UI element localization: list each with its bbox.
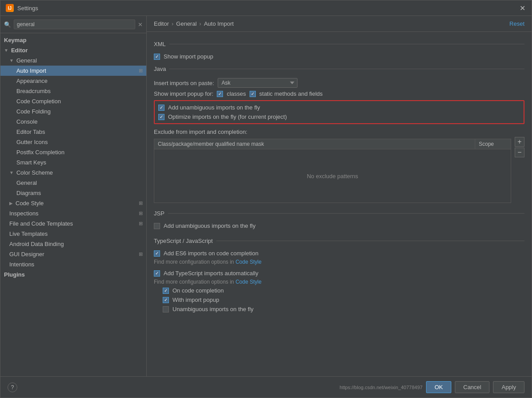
sidebar-item-android-data-binding[interactable]: Android Data Binding bbox=[0, 239, 146, 249]
exclude-table: Class/package/member qualified name mask… bbox=[154, 139, 511, 203]
add-typescript-row: Add TypeScript imports automatically bbox=[154, 269, 524, 278]
breadcrumb-sep-2: › bbox=[200, 20, 201, 27]
search-box: 🔍 ✕ bbox=[0, 16, 146, 33]
with-import-popup-checkbox[interactable] bbox=[163, 297, 169, 303]
sidebar-item-intentions[interactable]: Intentions bbox=[0, 259, 146, 269]
titlebar-left: IJ Settings bbox=[6, 4, 38, 12]
reset-button[interactable]: Reset bbox=[509, 20, 524, 27]
sidebar-item-postfix-completion[interactable]: Postfix Completion bbox=[0, 147, 146, 157]
sidebar-item-code-completion[interactable]: Code Completion bbox=[0, 96, 146, 106]
sidebar-item-file-code-templates[interactable]: File and Code Templates ⊞ bbox=[0, 219, 146, 229]
find-more-1-row: Find more configuration options in Code … bbox=[154, 258, 524, 266]
tree-container: Keymap ▼ Editor ▼ General Auto Import ⊞ bbox=[0, 33, 146, 376]
find-more-2-row: Find more configuration options in Code … bbox=[154, 278, 524, 286]
editor-arrow: ▼ bbox=[4, 48, 8, 53]
sidebar-item-code-style[interactable]: ▶ Code Style ⊞ bbox=[0, 198, 146, 208]
sidebar-item-gui-designer[interactable]: GUI Designer ⊞ bbox=[0, 249, 146, 259]
ok-button[interactable]: OK bbox=[426, 381, 451, 393]
sidebar-item-console[interactable]: Console bbox=[0, 117, 146, 127]
xml-section-header: XML bbox=[154, 41, 524, 47]
exclude-table-header: Class/package/member qualified name mask… bbox=[154, 139, 511, 149]
breadcrumb: Editor › General › Auto Import bbox=[154, 20, 234, 27]
sidebar-item-live-templates[interactable]: Live Templates bbox=[0, 229, 146, 239]
classes-checkbox[interactable] bbox=[217, 91, 223, 97]
titlebar: IJ Settings ✕ bbox=[0, 0, 532, 16]
app-icon: IJ bbox=[6, 4, 14, 12]
file-templates-badge: ⊞ bbox=[139, 221, 143, 226]
jsp-add-unambiguous-label: Add unambiguous imports on the fly bbox=[164, 222, 255, 229]
sidebar-item-cs-general[interactable]: General bbox=[0, 178, 146, 188]
sidebar-item-general[interactable]: ▼ General bbox=[0, 55, 146, 66]
show-popup-for-row: Show import popup for: classes static me… bbox=[154, 89, 524, 98]
apply-button[interactable]: Apply bbox=[493, 381, 524, 393]
search-input[interactable] bbox=[14, 20, 135, 29]
with-import-popup-label: With import popup bbox=[172, 297, 219, 303]
cancel-button[interactable]: Cancel bbox=[455, 381, 489, 393]
sidebar-item-diagrams[interactable]: Diagrams bbox=[0, 188, 146, 198]
bottom-bar: ? https://blog.csdn.net/weixin_40778497 … bbox=[0, 376, 532, 398]
code-style-link-2[interactable]: Code Style bbox=[235, 279, 262, 285]
xml-show-popup-label: Show import popup bbox=[164, 53, 213, 60]
jsp-add-unambiguous-row: Add unambiguous imports on the fly bbox=[154, 221, 524, 230]
sidebar-item-keymap[interactable]: Keymap bbox=[0, 35, 146, 45]
sidebar-item-appearance[interactable]: Appearance bbox=[0, 76, 146, 86]
jsp-add-unambiguous-checkbox[interactable] bbox=[154, 223, 160, 229]
add-es6-label: Add ES6 imports on code completion bbox=[164, 250, 258, 257]
bottom-left: ? bbox=[8, 382, 17, 392]
find-more-1-text: Find more configuration options in bbox=[154, 259, 234, 265]
add-typescript-label: Add TypeScript imports automatically bbox=[164, 270, 258, 277]
sidebar-item-breadcrumbs[interactable]: Breadcrumbs bbox=[0, 86, 146, 96]
exclude-col-name: Class/package/member qualified name mask bbox=[154, 139, 475, 149]
search-clear-icon[interactable]: ✕ bbox=[138, 21, 143, 28]
unambiguous-fly-label: Unambiguous imports on the fly bbox=[172, 306, 254, 312]
sidebar-item-plugins[interactable]: Plugins bbox=[0, 269, 146, 280]
code-style-link-1[interactable]: Code Style bbox=[235, 259, 262, 265]
panel-content: XML Show import popup Java Insert import… bbox=[147, 32, 532, 376]
help-button[interactable]: ? bbox=[8, 382, 17, 392]
right-panel: Editor › General › Auto Import Reset XML… bbox=[147, 16, 532, 376]
optimize-imports-checkbox[interactable] bbox=[158, 114, 164, 120]
sidebar-item-editor[interactable]: ▼ Editor bbox=[0, 45, 146, 55]
main-content: 🔍 ✕ Keymap ▼ Editor ▼ General bbox=[0, 16, 532, 376]
sidebar-item-gutter-icons[interactable]: Gutter Icons bbox=[0, 137, 146, 147]
sidebar-item-inspections[interactable]: Inspections ⊞ bbox=[0, 208, 146, 219]
exclude-body: No exclude patterns bbox=[154, 149, 511, 203]
close-button[interactable]: ✕ bbox=[518, 4, 526, 12]
add-unambiguous-checkbox[interactable] bbox=[158, 105, 164, 111]
xml-show-popup-checkbox[interactable] bbox=[154, 54, 160, 60]
sidebar-item-color-scheme[interactable]: ▼ Color Scheme bbox=[0, 168, 146, 178]
exclude-add-button[interactable]: + bbox=[515, 137, 524, 147]
breadcrumb-part-3: Auto Import bbox=[204, 20, 234, 27]
exclude-section: Exclude from import and completion: Clas… bbox=[154, 129, 524, 203]
java-section-header: Java bbox=[154, 66, 524, 72]
on-code-completion-checkbox[interactable] bbox=[163, 288, 169, 294]
code-style-arrow: ▶ bbox=[9, 201, 13, 206]
dialog-title: Settings bbox=[17, 5, 38, 12]
sidebar-item-code-folding[interactable]: Code Folding bbox=[0, 106, 146, 117]
add-unambiguous-row: Add unambiguous imports on the fly bbox=[158, 103, 520, 112]
add-typescript-checkbox[interactable] bbox=[154, 270, 160, 277]
sidebar-item-auto-import[interactable]: Auto Import ⊞ bbox=[0, 66, 146, 76]
insert-imports-select[interactable]: Ask All None bbox=[218, 78, 297, 88]
code-style-badge: ⊞ bbox=[139, 200, 143, 206]
unambiguous-fly-checkbox[interactable] bbox=[163, 306, 169, 312]
sidebar-item-editor-tabs[interactable]: Editor Tabs bbox=[0, 127, 146, 137]
sidebar-item-smart-keys[interactable]: Smart Keys bbox=[0, 157, 146, 168]
show-popup-for-label: Show import popup for: bbox=[154, 90, 213, 97]
insert-imports-row: Insert imports on paste: Ask All None bbox=[154, 77, 524, 89]
settings-dialog: IJ Settings ✕ 🔍 ✕ Keymap ▼ Editor bbox=[0, 0, 532, 398]
add-es6-checkbox[interactable] bbox=[154, 250, 160, 257]
xml-show-popup-row: Show import popup bbox=[154, 52, 524, 61]
color-scheme-arrow: ▼ bbox=[9, 170, 14, 175]
optimize-imports-row: Optimize imports on the fly (for current… bbox=[158, 112, 520, 121]
exclude-remove-button[interactable]: − bbox=[515, 148, 524, 157]
on-code-completion-row: On code completion bbox=[154, 286, 524, 295]
breadcrumb-part-2: General bbox=[176, 20, 196, 27]
bottom-right: https://blog.csdn.net/weixin_40778497 OK… bbox=[340, 381, 524, 393]
add-unambiguous-label: Add unambiguous imports on the fly bbox=[168, 104, 260, 111]
add-es6-row: Add ES6 imports on code completion bbox=[154, 249, 524, 258]
exclude-col-scope: Scope bbox=[475, 139, 511, 149]
general-arrow: ▼ bbox=[9, 58, 14, 63]
exclude-table-wrapper: Class/package/member qualified name mask… bbox=[154, 137, 511, 203]
static-methods-checkbox[interactable] bbox=[250, 91, 256, 97]
